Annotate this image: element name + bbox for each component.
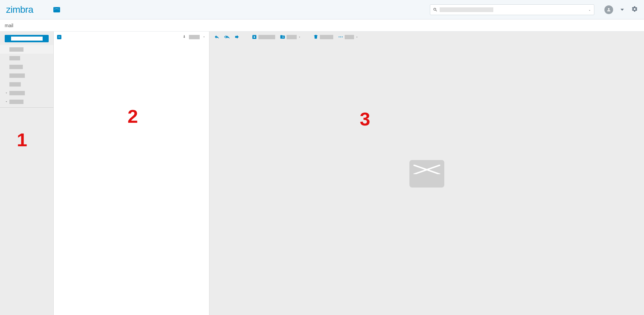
reply-all-button[interactable] <box>224 34 230 40</box>
folder-label <box>9 47 23 52</box>
delete-label <box>320 35 333 39</box>
svg-point-1 <box>340 37 341 38</box>
subheader-tab-label: mail <box>5 23 13 28</box>
archive-label <box>258 35 275 39</box>
reading-empty-state <box>209 42 644 315</box>
search-box[interactable] <box>430 4 594 15</box>
reply-icon <box>214 34 219 40</box>
account-menu-caret-icon[interactable] <box>621 9 624 11</box>
overlay-number-1: 1 <box>17 129 27 151</box>
account-avatar[interactable] <box>604 5 613 14</box>
main-layout: 1 − 2 <box>0 32 644 315</box>
folder-label <box>9 82 21 87</box>
folder-label <box>9 56 20 60</box>
folder-item[interactable] <box>0 97 53 106</box>
settings-gear-icon[interactable] <box>631 6 638 13</box>
move-dropdown-icon[interactable] <box>298 35 301 40</box>
folder-item[interactable] <box>0 45 53 54</box>
folder-item[interactable] <box>0 89 53 97</box>
forward-button[interactable] <box>234 34 240 40</box>
folder-item[interactable] <box>0 54 53 62</box>
reading-pane: 3 <box>209 32 644 315</box>
svg-point-2 <box>342 37 343 38</box>
folder-list <box>0 45 53 112</box>
search-icon <box>433 7 438 12</box>
more-dropdown-icon[interactable] <box>355 35 358 40</box>
reply-all-icon <box>224 34 230 40</box>
svg-point-0 <box>339 37 340 38</box>
subheader: mail <box>0 19 644 32</box>
search-placeholder <box>440 7 493 12</box>
move-folder-icon <box>280 34 285 40</box>
mail-tab-icon[interactable] <box>53 7 60 12</box>
move-label <box>287 35 297 39</box>
reply-button[interactable] <box>214 34 219 40</box>
trash-icon <box>313 34 318 40</box>
folder-item[interactable] <box>0 71 53 80</box>
compose-button-label <box>11 37 43 41</box>
more-icon <box>338 34 343 40</box>
app-logo[interactable]: zimbra <box>6 4 33 15</box>
folder-item[interactable] <box>0 80 53 89</box>
search-dropdown-icon[interactable] <box>588 8 591 11</box>
folder-label <box>9 65 23 69</box>
sort-direction-icon[interactable] <box>182 35 186 40</box>
sort-label[interactable] <box>189 35 200 39</box>
header-right <box>604 5 638 14</box>
overlay-number-2: 2 <box>128 105 138 127</box>
folder-divider <box>0 107 53 108</box>
folder-sidebar: 1 <box>0 32 54 315</box>
app-header: zimbra <box>0 0 644 19</box>
chevron-down-icon[interactable] <box>5 100 8 103</box>
folder-item[interactable] <box>0 62 53 71</box>
folder-label <box>9 91 25 95</box>
more-button[interactable] <box>338 34 358 40</box>
message-list-pane: − 2 <box>54 32 209 315</box>
folder-label <box>9 100 23 104</box>
reading-toolbar <box>209 32 644 42</box>
collapse-all-icon[interactable]: − <box>57 35 61 39</box>
message-list-toolbar: − <box>54 32 209 42</box>
folder-label <box>9 73 25 78</box>
compose-button[interactable] <box>5 35 49 42</box>
search-input[interactable] <box>493 7 588 12</box>
move-button[interactable] <box>280 34 301 40</box>
archive-icon <box>252 34 257 40</box>
archive-button[interactable] <box>252 34 275 40</box>
sort-dropdown-icon[interactable] <box>202 35 206 40</box>
more-label <box>345 35 354 39</box>
forward-icon <box>234 34 240 40</box>
chevron-down-icon[interactable] <box>5 91 8 95</box>
envelope-icon <box>409 160 444 188</box>
delete-button[interactable] <box>313 34 333 40</box>
